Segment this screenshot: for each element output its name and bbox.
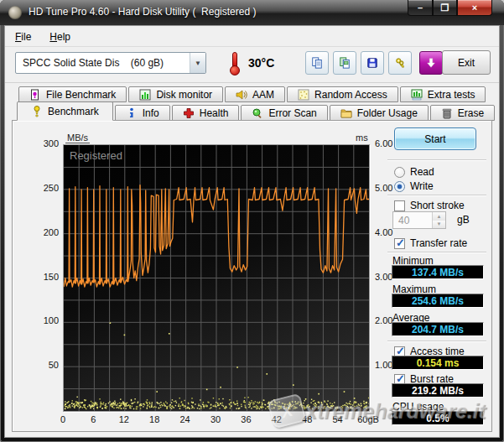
menu-file[interactable]: File [15, 31, 31, 43]
drive-select-value: SPCC Solid State Dis (60 gB) [16, 57, 190, 69]
tab-disk-monitor[interactable]: Disk monitor [128, 86, 223, 102]
toolbar: SPCC Solid State Dis (60 gB) ▼ 30°C [5, 47, 499, 83]
maximize-button[interactable]: ❐ [433, 0, 457, 16]
close-button[interactable]: × [457, 0, 492, 16]
read-radio-row[interactable]: Read [394, 166, 434, 178]
cpu-usage-value: 0.5% [392, 411, 484, 425]
down-arrow-icon [425, 57, 437, 69]
axis-tick-label: 50 [30, 360, 59, 370]
floppy-save-icon [366, 57, 378, 69]
save-button[interactable] [361, 51, 384, 75]
axis-tick-label: 100 [30, 315, 59, 325]
tab-label: Benchmark [48, 106, 99, 117]
benchmark-icon [31, 106, 43, 117]
control-panel: Start Read Write Short stroke 40 ▲ ▼ gB … [382, 122, 492, 429]
menu-help[interactable]: Help [49, 31, 70, 43]
short-stroke-value: 40 [393, 212, 432, 228]
copy-icon [311, 57, 323, 69]
short-stroke-spinner[interactable]: 40 ▲ ▼ [392, 211, 446, 229]
axis-tick-label: 30 [200, 414, 231, 424]
copy-image-button[interactable] [333, 51, 356, 75]
hdtune-app-icon [8, 6, 22, 19]
magnifier-icon [252, 107, 263, 119]
tab-random-access[interactable]: Random Access [287, 86, 398, 102]
transfer-rate-label: Transfer rate [410, 237, 467, 249]
tab-error-scan[interactable]: Error Scan [241, 105, 327, 121]
tab-erase[interactable]: Erase [430, 105, 495, 121]
axis-tick-label: 6 [78, 414, 108, 424]
window-title: HD Tune Pro 4.60 - Hard Disk Utility ( R… [29, 6, 256, 18]
tab-label: Info [143, 107, 159, 119]
minimize-button[interactable]: – [408, 0, 433, 16]
axis-tick-label: 12 [109, 414, 139, 424]
y-left-axis-title: MB/s [65, 133, 90, 143]
tab-benchmark[interactable]: Benchmark [17, 101, 113, 121]
registered-watermark: Registered [70, 149, 122, 162]
axis-tick-label: 42 [262, 414, 292, 424]
start-button[interactable]: Start [394, 127, 476, 150]
update-download-button[interactable] [419, 51, 443, 75]
drive-select[interactable]: SPCC Solid State Dis (60 gB) ▼ [15, 52, 206, 74]
tab-label: Health [200, 107, 229, 119]
folder-icon [340, 107, 352, 119]
y-right-axis-title: ms [356, 133, 368, 143]
tab-extra-tests[interactable]: Extra tests [400, 86, 486, 102]
separator [387, 341, 486, 342]
read-radio[interactable] [394, 167, 405, 178]
tab-file-benchmark[interactable]: File Benchmark [18, 86, 127, 102]
copy-image-icon [339, 57, 351, 69]
chevron-down-icon[interactable]: ▼ [190, 53, 205, 73]
transfer-rate-checkbox[interactable] [394, 238, 405, 249]
spinner-down-icon[interactable]: ▼ [433, 221, 445, 229]
axis-tick-label: 250 [30, 183, 59, 193]
axis-tick-label: 150 [30, 272, 59, 282]
axis-tick-label: 300 [30, 138, 59, 148]
benchmark-plot: Registered [63, 144, 370, 412]
separator [387, 195, 486, 196]
tab-info[interactable]: Info [115, 105, 170, 121]
trash-icon [441, 107, 453, 119]
maximum-value: 254.6 MB/s [392, 294, 484, 308]
axis-tick-label: 60gB [353, 414, 383, 424]
axis-tick-label: 200 [30, 227, 59, 237]
title-bar[interactable]: HD Tune Pro 4.60 - Hard Disk Utility ( R… [0, 0, 504, 25]
axis-tick-label: 36 [231, 414, 261, 424]
exit-button[interactable]: Exit [442, 50, 491, 75]
write-radio-label: Write [410, 180, 434, 192]
menu-bar: File Help [5, 27, 499, 47]
write-radio-row[interactable]: Write [394, 180, 434, 192]
spinner-up-icon[interactable]: ▲ [433, 212, 445, 221]
short-stroke-label: Short stroke [410, 200, 465, 211]
tab-folder-usage[interactable]: Folder Usage [330, 105, 429, 121]
axis-tick-label: 48 [292, 414, 322, 424]
tab-health[interactable]: Health [172, 105, 240, 121]
axis-tick-label: 24 [170, 414, 200, 424]
burst-rate-value: 219.2 MB/s [392, 383, 484, 398]
tab-label: Error Scan [268, 107, 316, 119]
file-benchmark-icon [29, 89, 41, 101]
tab-strip-top: File Benchmark Disk monitor AAM Random A… [18, 86, 486, 102]
disk-monitor-icon [139, 89, 151, 101]
separator [387, 159, 486, 161]
axis-tick-label: 18 [139, 414, 169, 424]
axis-tick-label: 54 [323, 414, 353, 424]
tab-aam[interactable]: AAM [225, 86, 285, 102]
speaker-icon [236, 89, 247, 101]
short-stroke-row[interactable]: Short stroke [394, 200, 465, 211]
options-button[interactable] [388, 51, 412, 75]
read-radio-label: Read [410, 166, 434, 178]
tab-label: Random Access [314, 89, 387, 101]
tab-label: Folder Usage [357, 107, 418, 119]
tab-label: Extra tests [428, 89, 475, 101]
transfer-rate-row[interactable]: Transfer rate [394, 237, 467, 249]
write-radio[interactable] [394, 181, 405, 192]
average-value: 204.7 MB/s [392, 322, 484, 336]
random-access-icon [298, 89, 309, 101]
tab-label: Erase [458, 107, 484, 119]
short-stroke-unit: gB [457, 214, 470, 226]
short-stroke-checkbox[interactable] [394, 200, 405, 211]
extra-tests-icon [411, 89, 423, 101]
health-cross-icon [183, 107, 195, 119]
copy-text-button[interactable] [305, 51, 329, 75]
tab-label: File Benchmark [46, 89, 116, 101]
